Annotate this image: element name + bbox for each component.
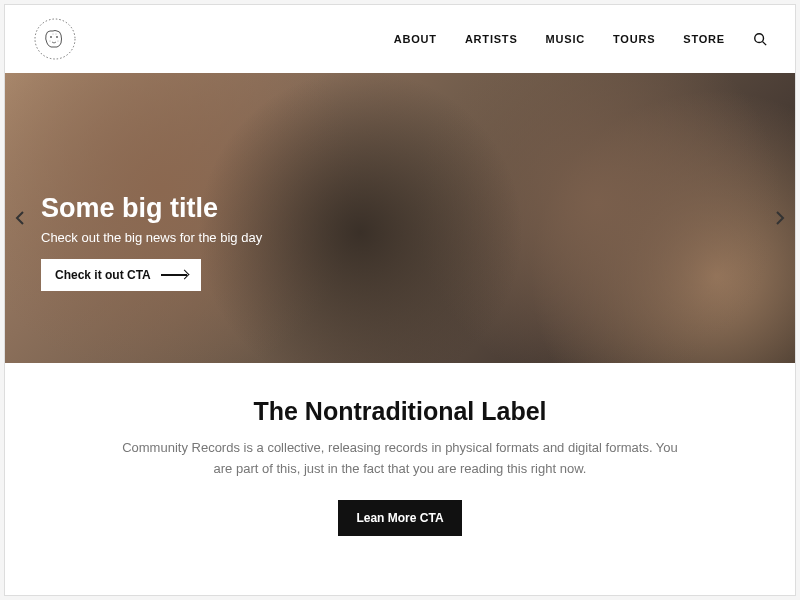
svg-point-0 [35,19,75,59]
svg-point-1 [50,36,52,38]
about-title: The Nontraditional Label [85,397,715,426]
chevron-left-icon[interactable] [11,209,29,227]
about-section: The Nontraditional Label Community Recor… [5,363,795,560]
nav-artists[interactable]: ARTISTS [465,33,518,45]
nav-about[interactable]: ABOUT [394,33,437,45]
svg-point-4 [58,41,59,42]
nav-music[interactable]: MUSIC [546,33,585,45]
svg-point-7 [755,34,764,43]
arrow-right-icon [161,274,187,276]
hero-cta-button[interactable]: Check it out CTA [41,259,201,291]
chevron-right-icon[interactable] [771,209,789,227]
logo-icon [33,17,77,61]
main-nav: ABOUT ARTISTS MUSIC TOURS STORE [394,32,767,46]
svg-point-2 [56,36,58,38]
hero-content: Some big title Check out the big news fo… [41,193,262,291]
svg-line-8 [763,42,767,46]
hero-cta-label: Check it out CTA [55,268,151,282]
about-cta-button[interactable]: Lean More CTA [338,500,461,536]
hero-title: Some big title [41,193,262,224]
search-icon[interactable] [753,32,767,46]
about-body: Community Records is a collective, relea… [120,438,680,480]
svg-point-5 [53,34,54,35]
svg-point-3 [50,41,51,42]
logo[interactable] [33,17,77,61]
hero-subtitle: Check out the big news for the big day [41,230,262,245]
nav-tours[interactable]: TOURS [613,33,655,45]
page: ABOUT ARTISTS MUSIC TOURS STORE Some big… [4,4,796,596]
header: ABOUT ARTISTS MUSIC TOURS STORE [5,5,795,73]
hero-carousel: Some big title Check out the big news fo… [5,73,795,363]
nav-store[interactable]: STORE [683,33,725,45]
svg-point-6 [56,34,57,35]
